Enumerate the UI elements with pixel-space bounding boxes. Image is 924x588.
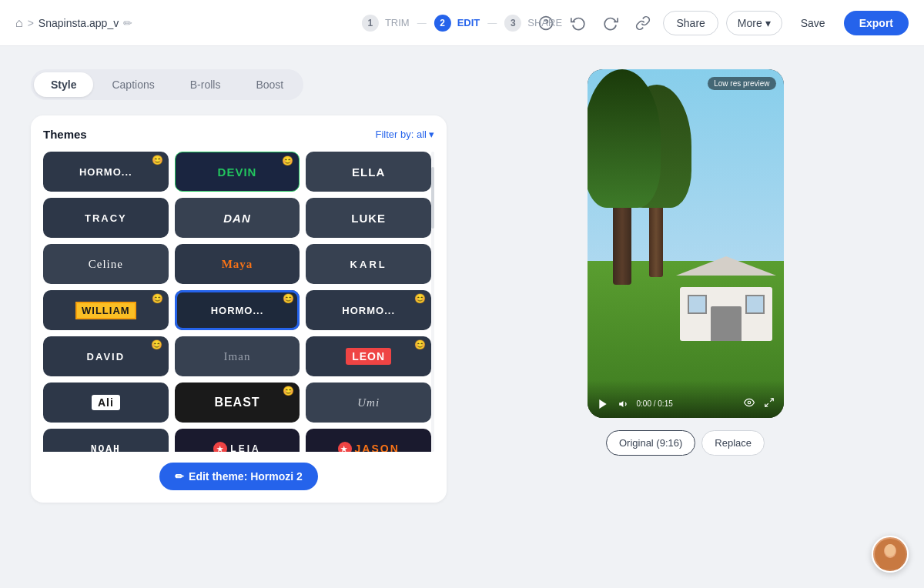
theme-hormozi3[interactable]: HORMO... 😊 — [306, 290, 431, 330]
aspect-original-button[interactable]: Original (9:16) — [606, 430, 695, 456]
step-share[interactable]: 3 SHARE — [504, 15, 562, 32]
low-res-badge: Low res preview — [708, 77, 775, 90]
theme-karl[interactable]: KARL — [306, 244, 431, 284]
theme-hormozi2[interactable]: HORMO... 😊 — [175, 290, 300, 330]
aspect-replace-button[interactable]: Replace — [701, 430, 765, 456]
scrollbar-thumb[interactable] — [431, 167, 434, 229]
save-button[interactable]: Save — [790, 12, 836, 35]
theme-william[interactable]: WILLIAM 😊 — [43, 290, 169, 330]
theme-badge-david: 😊 — [151, 339, 164, 350]
step-arrow-1: — — [417, 18, 427, 28]
filter-button[interactable]: Filter by: all ▾ — [376, 129, 434, 140]
theme-iman[interactable]: Iman — [175, 336, 300, 376]
theme-badge-william: 😊 — [152, 293, 164, 304]
theme-badge-hormozi1: 😊 — [152, 155, 164, 165]
breadcrumb-separator: > — [28, 17, 34, 29]
edit-theme-label: Edit theme: Hormozi 2 — [189, 470, 303, 483]
themes-title: Themes — [43, 128, 87, 141]
theme-dan[interactable]: DAN — [175, 198, 300, 238]
share-button[interactable]: Share — [663, 11, 718, 35]
svg-line-5 — [770, 399, 773, 402]
topbar-steps: 1 TRIM — 2 EDIT — 3 SHARE — [362, 15, 562, 32]
step3-label: SHARE — [527, 17, 562, 28]
export-button[interactable]: Export — [844, 11, 909, 35]
theme-noah[interactable]: NOAH — [43, 429, 169, 452]
theme-hormozi1[interactable]: HORMO... 😊 — [43, 152, 169, 192]
visibility-button[interactable] — [742, 396, 756, 412]
svg-marker-2 — [599, 399, 606, 409]
right-panel: Low res preview AI captions with ⚡ subma… — [477, 69, 893, 456]
tab-captions[interactable]: Captions — [95, 72, 171, 97]
theme-badge-devin: 😊 — [282, 155, 294, 166]
topbar: ⌂ > Snapinsta.app_v ✏ 1 TRIM — 2 EDIT — … — [0, 0, 924, 46]
time-display: 0:00 / 0:15 — [637, 399, 736, 408]
theme-david[interactable]: DAVID 😊 — [43, 336, 169, 376]
theme-devin[interactable]: DEVIN 😊 — [175, 152, 300, 192]
step1-number: 1 — [362, 15, 379, 32]
themes-panel: Themes Filter by: all ▾ HORMO... 😊 DEVIN… — [31, 115, 447, 503]
themes-grid-wrapper: HORMO... 😊 DEVIN 😊 ELLA TRACY — [43, 152, 434, 452]
video-aspect-buttons: Original (9:16) Replace — [606, 430, 765, 456]
step2-label: EDIT — [457, 17, 480, 28]
theme-badge-hormozi2: 😊 — [283, 293, 295, 304]
theme-ella[interactable]: ELLA — [306, 152, 431, 192]
scrollbar-track — [431, 152, 434, 452]
undo-button[interactable] — [566, 11, 591, 35]
edit-theme-button[interactable]: ✏ Edit theme: Hormozi 2 — [159, 463, 318, 490]
theme-luke[interactable]: LUKE — [306, 198, 431, 238]
theme-tracy[interactable]: TRACY — [43, 198, 169, 238]
video-controls: 0:00 / 0:15 — [588, 380, 784, 418]
house-element — [680, 272, 772, 341]
project-name: Snapinsta.app_v — [38, 17, 119, 29]
step2-number: 2 — [434, 15, 451, 32]
step3-number: 3 — [504, 15, 521, 32]
tab-brolls[interactable]: B-rolls — [173, 72, 238, 97]
left-panel: Style Captions B-rolls Boost Themes Filt… — [31, 69, 447, 503]
video-container: Low res preview AI captions with ⚡ subma… — [588, 69, 784, 418]
edit-theme-icon: ✏ — [175, 470, 184, 483]
home-icon[interactable]: ⌂ — [15, 16, 23, 30]
theme-maya[interactable]: Maya — [175, 244, 300, 284]
theme-badge-beast: 😊 — [283, 386, 295, 396]
fullscreen-button[interactable] — [762, 396, 776, 412]
play-button[interactable] — [595, 396, 611, 412]
more-button[interactable]: More ▾ — [726, 11, 782, 35]
themes-header: Themes Filter by: all ▾ — [43, 128, 434, 141]
tab-style[interactable]: Style — [34, 72, 93, 97]
step-arrow-2: — — [487, 18, 497, 28]
redo-button[interactable] — [598, 11, 623, 35]
step1-label: TRIM — [385, 17, 410, 28]
svg-point-10 — [885, 544, 896, 556]
theme-celine[interactable]: Celine — [43, 244, 169, 284]
theme-badge-leon: 😊 — [414, 339, 427, 350]
svg-point-4 — [748, 401, 751, 404]
theme-jason[interactable]: ★ JASON — [306, 429, 431, 452]
tabs-row: Style Captions B-rolls Boost — [31, 69, 303, 100]
main-content: Style Captions B-rolls Boost Themes Filt… — [0, 46, 924, 588]
svg-line-6 — [765, 403, 768, 406]
step-edit[interactable]: 2 EDIT — [434, 15, 480, 32]
edit-project-icon[interactable]: ✏ — [123, 17, 132, 29]
avatar[interactable] — [872, 536, 909, 573]
theme-ali[interactable]: Ali — [43, 383, 169, 423]
step-trim[interactable]: 1 TRIM — [362, 15, 410, 32]
theme-leia[interactable]: ★ LEIA — [175, 429, 300, 452]
theme-beast[interactable]: BEAST 😊 — [175, 383, 300, 423]
volume-button[interactable] — [617, 397, 631, 411]
theme-umi[interactable]: Umi — [306, 383, 431, 423]
theme-badge-hormozi3: 😊 — [414, 293, 427, 304]
themes-grid: HORMO... 😊 DEVIN 😊 ELLA TRACY — [43, 152, 434, 452]
svg-marker-3 — [619, 400, 623, 406]
tree-element — [591, 69, 653, 285]
tab-boost[interactable]: Boost — [239, 72, 300, 97]
link-button[interactable] — [631, 11, 655, 35]
theme-leon[interactable]: LEON 😊 — [306, 336, 431, 376]
